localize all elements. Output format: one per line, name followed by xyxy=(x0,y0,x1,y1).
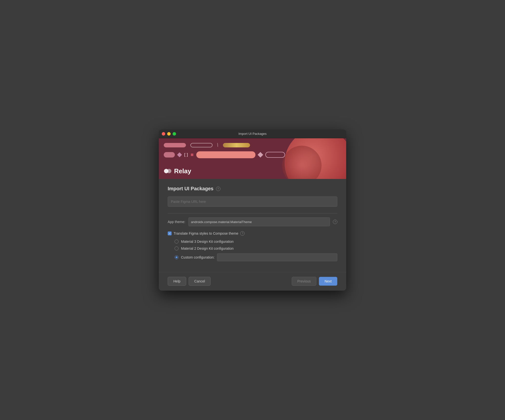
app-theme-row: App theme: ? xyxy=(168,217,337,226)
banner: / [ ] Relay xyxy=(159,138,346,179)
title-help-icon[interactable]: ? xyxy=(216,187,220,191)
traffic-lights xyxy=(162,132,176,136)
checkbox-help-icon[interactable]: ? xyxy=(240,231,245,236)
banner-bar-salmon xyxy=(196,151,255,158)
radio-material3[interactable] xyxy=(175,240,179,244)
translate-checkbox-label: Translate Figma styles to Compose theme xyxy=(174,231,238,235)
radio-group: Material 3 Design Kit configuration Mate… xyxy=(175,240,337,261)
radio-row-material2: Material 2 Design Kit configuration xyxy=(175,246,337,250)
maximize-button[interactable] xyxy=(173,132,176,136)
relay-logo: Relay xyxy=(164,167,191,175)
cancel-button[interactable]: Cancel xyxy=(189,277,211,286)
window: Import UI Packages / [ ] xyxy=(159,129,346,291)
next-button[interactable]: Next xyxy=(319,277,337,286)
banner-diamond-2 xyxy=(258,152,263,158)
close-button[interactable] xyxy=(162,132,165,136)
banner-small-square xyxy=(191,154,193,156)
window-title: Import UI Packages xyxy=(238,132,267,136)
previous-button[interactable]: Previous xyxy=(292,277,316,286)
radio-custom[interactable] xyxy=(175,255,179,259)
app-theme-label: App theme: xyxy=(168,220,185,224)
theme-help-label: ? xyxy=(334,220,336,223)
relay-icon xyxy=(164,167,172,175)
banner-bar-pink xyxy=(164,143,186,147)
footer-right: Previous Next xyxy=(292,277,337,286)
relay-name: Relay xyxy=(174,167,191,175)
banner-bar-gradient xyxy=(223,143,250,147)
page-title-row: Import UI Packages ? xyxy=(168,186,337,192)
translate-checkbox[interactable]: ✓ xyxy=(168,231,172,235)
banner-small-pill xyxy=(164,152,175,158)
banner-bar-outline-2 xyxy=(265,152,285,158)
title-bar: Import UI Packages xyxy=(159,129,346,138)
radio-row-custom: Custom configuration: xyxy=(175,253,337,261)
help-button[interactable]: Help xyxy=(168,277,186,286)
radio-material3-label: Material 3 Design Kit configuration xyxy=(181,240,234,244)
theme-help-icon[interactable]: ? xyxy=(333,220,337,224)
page-title: Import UI Packages xyxy=(168,186,214,192)
checkbox-check-icon: ✓ xyxy=(169,232,171,235)
custom-config-input[interactable] xyxy=(217,253,337,261)
radio-material2[interactable] xyxy=(175,246,179,250)
banner-bar-outline xyxy=(190,143,213,147)
figma-url-input[interactable] xyxy=(168,196,337,207)
banner-bracket-icon: [ ] xyxy=(184,153,188,157)
radio-custom-label: Custom configuration: xyxy=(181,255,215,259)
banner-decorations: / [ ] xyxy=(164,142,341,158)
svg-point-1 xyxy=(167,169,171,173)
footer-left: Help Cancel xyxy=(168,277,211,286)
main-content: Import UI Packages ? App theme: ? ✓ Tran… xyxy=(159,179,346,266)
divider-1 xyxy=(168,213,337,213)
radio-custom-dot xyxy=(176,256,178,258)
banner-row-2: [ ] xyxy=(164,151,341,158)
radio-material2-label: Material 2 Design Kit configuration xyxy=(181,246,234,250)
title-help-label: ? xyxy=(217,187,219,190)
radio-row-material3: Material 3 Design Kit configuration xyxy=(175,240,337,244)
minimize-button[interactable] xyxy=(167,132,171,136)
banner-diamond-1 xyxy=(177,152,182,157)
banner-slash-icon: / xyxy=(216,142,219,148)
translate-checkbox-row: ✓ Translate Figma styles to Compose them… xyxy=(168,231,337,236)
banner-row-1: / xyxy=(164,142,341,148)
footer: Help Cancel Previous Next xyxy=(159,272,346,291)
app-theme-input[interactable] xyxy=(188,217,330,226)
checkbox-help-label: ? xyxy=(242,232,243,235)
